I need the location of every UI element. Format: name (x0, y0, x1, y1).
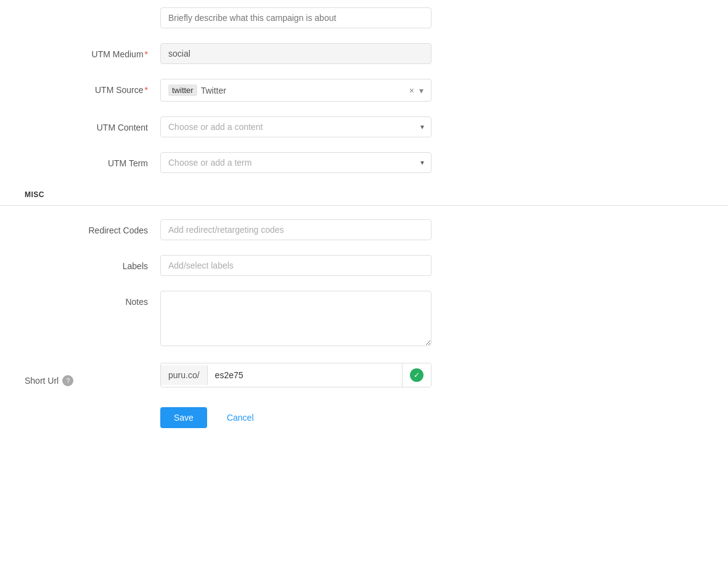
short-url-input[interactable] (208, 365, 402, 385)
utm-term-row: UTM Term Choose or add a term ▾ (0, 145, 728, 180)
utm-source-value-left: twitter Twitter (168, 84, 226, 96)
short-url-row: Short Url ? puru.co/ ✓ (0, 355, 728, 395)
page-container: UTM Medium* UTM Source* twitter Twitter … (0, 0, 728, 571)
utm-content-wrapper: Choose or add a content ▾ (160, 116, 431, 137)
utm-content-chevron-icon: ▾ (420, 123, 424, 131)
short-url-help-icon[interactable]: ? (62, 375, 73, 386)
utm-source-label: UTM Source* (25, 79, 148, 95)
utm-source-wrapper: twitter Twitter × ▾ (160, 79, 431, 102)
utm-medium-label: UTM Medium* (25, 43, 148, 59)
short-url-label-inner: Short Url ? (25, 369, 148, 386)
short-url-check-wrapper: ✓ (402, 363, 431, 387)
short-url-wrapper: puru.co/ ✓ (160, 363, 431, 387)
utm-source-chevron-icon: ▾ (419, 86, 423, 95)
short-url-label-wrapper: Short Url ? (25, 363, 148, 386)
utm-content-label: UTM Content (25, 116, 148, 132)
short-url-check-icon: ✓ (410, 368, 423, 382)
utm-source-text: Twitter (201, 86, 226, 95)
notes-textarea[interactable] (160, 291, 431, 346)
redirect-codes-label: Redirect Codes (25, 219, 148, 235)
cancel-button[interactable]: Cancel (219, 407, 261, 428)
labels-input[interactable] (160, 255, 431, 276)
campaign-desc-row (0, 0, 728, 36)
action-row: Save Cancel (0, 395, 728, 440)
short-url-prefix: puru.co/ (161, 365, 208, 385)
utm-term-select-wrapper: Choose or add a term ▾ (160, 152, 431, 173)
redirect-codes-row: Redirect Codes (0, 212, 728, 248)
utm-content-row: UTM Content Choose or add a content ▾ (0, 109, 728, 145)
utm-term-label: UTM Term (25, 152, 148, 168)
utm-term-select[interactable]: Choose or add a term ▾ (160, 152, 431, 173)
utm-term-chevron-icon: ▾ (420, 158, 424, 167)
utm-content-placeholder: Choose or add a content (168, 122, 263, 132)
labels-label: Labels (25, 255, 148, 271)
campaign-desc-label (25, 7, 148, 14)
utm-medium-input[interactable] (160, 43, 431, 64)
utm-source-clear-icon[interactable]: × (409, 86, 414, 95)
labels-wrapper (160, 255, 431, 276)
utm-source-tag: twitter (168, 84, 197, 96)
utm-content-select[interactable]: Choose or add a content ▾ (160, 116, 431, 137)
utm-term-wrapper: Choose or add a term ▾ (160, 152, 431, 173)
redirect-codes-wrapper (160, 219, 431, 240)
campaign-desc-input[interactable] (160, 7, 431, 28)
utm-medium-row: UTM Medium* (0, 36, 728, 71)
utm-term-placeholder: Choose or add a term (168, 158, 252, 168)
campaign-desc-wrapper (160, 7, 431, 28)
notes-row: Notes (0, 283, 728, 355)
utm-source-row: UTM Source* twitter Twitter × ▾ (0, 71, 728, 109)
save-button[interactable]: Save (160, 407, 207, 428)
utm-source-icons: × ▾ (409, 86, 423, 95)
notes-label: Notes (25, 291, 148, 307)
misc-section-header: MISC (0, 180, 728, 206)
redirect-codes-input[interactable] (160, 219, 431, 240)
utm-source-select[interactable]: twitter Twitter × ▾ (160, 79, 431, 102)
utm-medium-wrapper (160, 43, 431, 64)
short-url-label-text: Short Url (25, 376, 59, 386)
labels-row: Labels (0, 248, 728, 283)
short-url-field-wrapper: puru.co/ ✓ (160, 363, 431, 387)
notes-wrapper (160, 291, 431, 348)
misc-section-title: MISC (25, 190, 703, 199)
utm-content-select-wrapper: Choose or add a content ▾ (160, 116, 431, 137)
